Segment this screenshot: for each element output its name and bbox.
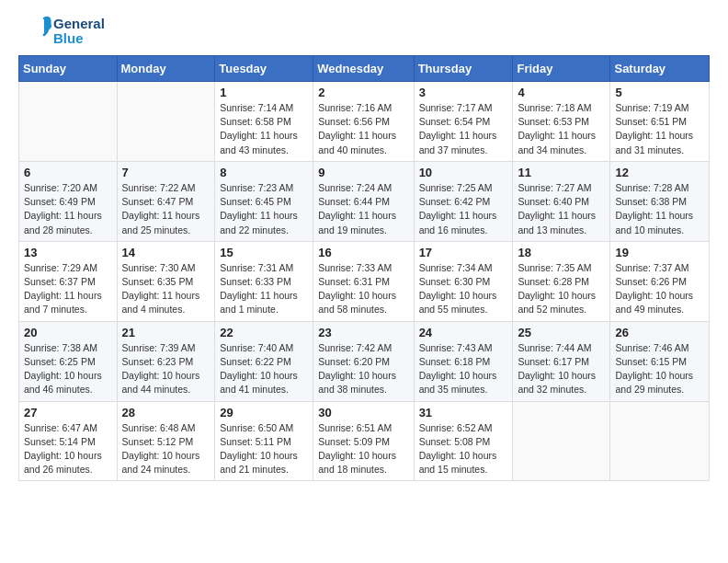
day-number: 24 bbox=[419, 326, 508, 339]
day-info: Sunrise: 7:34 AM Sunset: 6:30 PM Dayligh… bbox=[419, 261, 508, 317]
calendar-cell: 16Sunrise: 7:33 AM Sunset: 6:31 PM Dayli… bbox=[313, 241, 414, 321]
day-info: Sunrise: 7:19 AM Sunset: 6:51 PM Dayligh… bbox=[615, 101, 704, 157]
calendar-cell: 28Sunrise: 6:48 AM Sunset: 5:12 PM Dayli… bbox=[117, 401, 215, 481]
day-info: Sunrise: 7:17 AM Sunset: 6:54 PM Dayligh… bbox=[419, 101, 508, 157]
calendar-cell: 25Sunrise: 7:44 AM Sunset: 6:17 PM Dayli… bbox=[513, 321, 610, 401]
day-info: Sunrise: 7:33 AM Sunset: 6:31 PM Dayligh… bbox=[318, 261, 408, 317]
calendar-cell: 7Sunrise: 7:22 AM Sunset: 6:47 PM Daylig… bbox=[117, 161, 215, 241]
day-number: 6 bbox=[24, 166, 112, 179]
calendar-cell: 22Sunrise: 7:40 AM Sunset: 6:22 PM Dayli… bbox=[215, 321, 313, 401]
day-number: 31 bbox=[419, 406, 508, 419]
calendar-week-row: 1Sunrise: 7:14 AM Sunset: 6:58 PM Daylig… bbox=[19, 82, 710, 162]
day-number: 18 bbox=[518, 246, 605, 259]
calendar-cell: 17Sunrise: 7:34 AM Sunset: 6:30 PM Dayli… bbox=[414, 241, 513, 321]
day-number: 3 bbox=[419, 86, 508, 99]
day-number: 26 bbox=[615, 326, 704, 339]
calendar-cell: 14Sunrise: 7:30 AM Sunset: 6:35 PM Dayli… bbox=[117, 241, 215, 321]
day-info: Sunrise: 7:18 AM Sunset: 6:53 PM Dayligh… bbox=[518, 101, 605, 157]
day-of-week-header: Friday bbox=[513, 56, 610, 82]
day-number: 19 bbox=[615, 246, 704, 259]
logo-text-blue: Blue bbox=[53, 31, 105, 47]
day-number: 30 bbox=[318, 406, 408, 419]
calendar-cell: 24Sunrise: 7:43 AM Sunset: 6:18 PM Dayli… bbox=[414, 321, 513, 401]
day-info: Sunrise: 7:27 AM Sunset: 6:40 PM Dayligh… bbox=[518, 181, 605, 237]
day-info: Sunrise: 7:29 AM Sunset: 6:37 PM Dayligh… bbox=[24, 261, 112, 317]
day-info: Sunrise: 7:25 AM Sunset: 6:42 PM Dayligh… bbox=[419, 181, 508, 237]
day-info: Sunrise: 7:14 AM Sunset: 6:58 PM Dayligh… bbox=[220, 101, 308, 157]
calendar-cell: 4Sunrise: 7:18 AM Sunset: 6:53 PM Daylig… bbox=[513, 82, 610, 162]
day-number: 4 bbox=[518, 86, 605, 99]
calendar-cell: 23Sunrise: 7:42 AM Sunset: 6:20 PM Dayli… bbox=[313, 321, 414, 401]
day-number: 2 bbox=[318, 86, 408, 99]
day-number: 7 bbox=[122, 166, 210, 179]
day-info: Sunrise: 7:30 AM Sunset: 6:35 PM Dayligh… bbox=[122, 261, 210, 317]
day-info: Sunrise: 7:44 AM Sunset: 6:17 PM Dayligh… bbox=[518, 341, 605, 397]
header: General Blue bbox=[18, 15, 710, 48]
day-info: Sunrise: 7:20 AM Sunset: 6:49 PM Dayligh… bbox=[24, 181, 112, 237]
calendar-cell: 18Sunrise: 7:35 AM Sunset: 6:28 PM Dayli… bbox=[513, 241, 610, 321]
day-number: 21 bbox=[122, 326, 210, 339]
day-number: 1 bbox=[220, 86, 308, 99]
calendar-cell bbox=[19, 82, 118, 162]
day-of-week-header: Monday bbox=[117, 56, 215, 82]
calendar-cell: 1Sunrise: 7:14 AM Sunset: 6:58 PM Daylig… bbox=[215, 82, 313, 162]
calendar-cell: 19Sunrise: 7:37 AM Sunset: 6:26 PM Dayli… bbox=[610, 241, 710, 321]
day-number: 28 bbox=[122, 406, 210, 419]
calendar-week-row: 20Sunrise: 7:38 AM Sunset: 6:25 PM Dayli… bbox=[19, 321, 710, 401]
day-number: 27 bbox=[24, 406, 112, 419]
day-info: Sunrise: 7:23 AM Sunset: 6:45 PM Dayligh… bbox=[220, 181, 308, 237]
calendar-cell: 3Sunrise: 7:17 AM Sunset: 6:54 PM Daylig… bbox=[414, 82, 513, 162]
day-of-week-header: Thursday bbox=[414, 56, 513, 82]
day-info: Sunrise: 7:37 AM Sunset: 6:26 PM Dayligh… bbox=[615, 261, 704, 317]
day-number: 10 bbox=[419, 166, 508, 179]
calendar-cell: 20Sunrise: 7:38 AM Sunset: 6:25 PM Dayli… bbox=[19, 321, 118, 401]
calendar-cell: 31Sunrise: 6:52 AM Sunset: 5:08 PM Dayli… bbox=[414, 401, 513, 481]
calendar-cell: 5Sunrise: 7:19 AM Sunset: 6:51 PM Daylig… bbox=[610, 82, 710, 162]
day-info: Sunrise: 6:51 AM Sunset: 5:09 PM Dayligh… bbox=[318, 421, 408, 477]
day-of-week-header: Saturday bbox=[610, 56, 710, 82]
day-info: Sunrise: 7:24 AM Sunset: 6:44 PM Dayligh… bbox=[318, 181, 408, 237]
day-info: Sunrise: 7:46 AM Sunset: 6:15 PM Dayligh… bbox=[615, 341, 704, 397]
calendar-cell bbox=[117, 82, 215, 162]
logo: General Blue bbox=[18, 15, 105, 48]
calendar-cell: 8Sunrise: 7:23 AM Sunset: 6:45 PM Daylig… bbox=[215, 161, 313, 241]
day-info: Sunrise: 7:40 AM Sunset: 6:22 PM Dayligh… bbox=[220, 341, 308, 397]
calendar-header-row: SundayMondayTuesdayWednesdayThursdayFrid… bbox=[19, 56, 710, 82]
calendar-cell: 30Sunrise: 6:51 AM Sunset: 5:09 PM Dayli… bbox=[313, 401, 414, 481]
day-info: Sunrise: 7:39 AM Sunset: 6:23 PM Dayligh… bbox=[122, 341, 210, 397]
day-info: Sunrise: 7:28 AM Sunset: 6:38 PM Dayligh… bbox=[615, 181, 704, 237]
day-info: Sunrise: 6:52 AM Sunset: 5:08 PM Dayligh… bbox=[419, 421, 508, 477]
day-of-week-header: Wednesday bbox=[313, 56, 414, 82]
calendar-cell: 15Sunrise: 7:31 AM Sunset: 6:33 PM Dayli… bbox=[215, 241, 313, 321]
day-of-week-header: Tuesday bbox=[215, 56, 313, 82]
day-of-week-header: Sunday bbox=[19, 56, 118, 82]
calendar-table: SundayMondayTuesdayWednesdayThursdayFrid… bbox=[18, 55, 710, 481]
day-info: Sunrise: 7:31 AM Sunset: 6:33 PM Dayligh… bbox=[220, 261, 308, 317]
day-number: 23 bbox=[318, 326, 408, 339]
calendar-cell bbox=[513, 401, 610, 481]
day-number: 20 bbox=[24, 326, 112, 339]
day-number: 5 bbox=[615, 86, 704, 99]
calendar-cell: 2Sunrise: 7:16 AM Sunset: 6:56 PM Daylig… bbox=[313, 82, 414, 162]
day-number: 11 bbox=[518, 166, 605, 179]
day-number: 15 bbox=[220, 246, 308, 259]
calendar-cell: 12Sunrise: 7:28 AM Sunset: 6:38 PM Dayli… bbox=[610, 161, 710, 241]
calendar-cell: 11Sunrise: 7:27 AM Sunset: 6:40 PM Dayli… bbox=[513, 161, 610, 241]
day-info: Sunrise: 7:35 AM Sunset: 6:28 PM Dayligh… bbox=[518, 261, 605, 317]
day-number: 12 bbox=[615, 166, 704, 179]
page: General Blue SundayMondayTuesdayWednesda… bbox=[0, 0, 728, 496]
calendar-week-row: 6Sunrise: 7:20 AM Sunset: 6:49 PM Daylig… bbox=[19, 161, 710, 241]
day-info: Sunrise: 6:47 AM Sunset: 5:14 PM Dayligh… bbox=[24, 421, 112, 477]
calendar-cell: 9Sunrise: 7:24 AM Sunset: 6:44 PM Daylig… bbox=[313, 161, 414, 241]
day-number: 13 bbox=[24, 246, 112, 259]
day-info: Sunrise: 7:22 AM Sunset: 6:47 PM Dayligh… bbox=[122, 181, 210, 237]
day-number: 9 bbox=[318, 166, 408, 179]
day-number: 8 bbox=[220, 166, 308, 179]
day-number: 16 bbox=[318, 246, 408, 259]
calendar-cell: 10Sunrise: 7:25 AM Sunset: 6:42 PM Dayli… bbox=[414, 161, 513, 241]
day-info: Sunrise: 7:42 AM Sunset: 6:20 PM Dayligh… bbox=[318, 341, 408, 397]
calendar-cell: 29Sunrise: 6:50 AM Sunset: 5:11 PM Dayli… bbox=[215, 401, 313, 481]
calendar-cell: 13Sunrise: 7:29 AM Sunset: 6:37 PM Dayli… bbox=[19, 241, 118, 321]
day-number: 25 bbox=[518, 326, 605, 339]
day-info: Sunrise: 6:50 AM Sunset: 5:11 PM Dayligh… bbox=[220, 421, 308, 477]
